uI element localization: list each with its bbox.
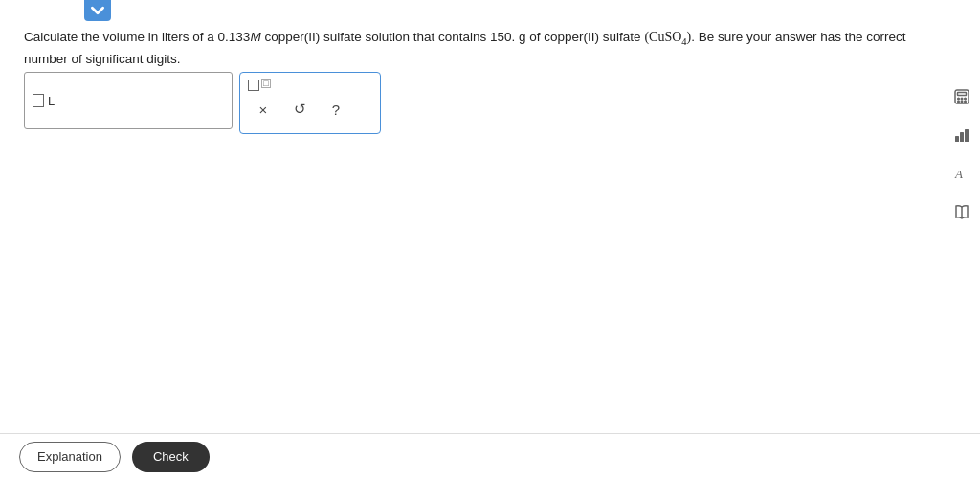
question-text-content: Calculate the volume in liters of a 0.13…: [24, 30, 906, 66]
svg-point-5: [958, 101, 960, 103]
svg-rect-8: [955, 136, 959, 142]
answer-input-box[interactable]: L: [24, 72, 233, 129]
math-box-icon: [248, 80, 259, 91]
font-icon[interactable]: A: [951, 163, 972, 184]
chevron-down-icon: [91, 4, 104, 17]
main-content: Calculate the volume in liters of a 0.13…: [0, 0, 980, 433]
bottom-bar: Explanation Check: [0, 433, 980, 479]
chemical-formula: (CuSO4): [644, 30, 691, 44]
math-toolbar-top: □: [248, 79, 271, 92]
right-sidebar: A: [951, 86, 972, 222]
svg-rect-1: [958, 93, 967, 96]
check-button[interactable]: Check: [132, 442, 210, 472]
close-math-button[interactable]: ×: [252, 98, 275, 121]
svg-text:A: A: [954, 167, 963, 181]
answer-unit-label: L: [48, 94, 55, 108]
svg-point-4: [965, 98, 967, 100]
help-button[interactable]: ?: [324, 98, 347, 121]
svg-point-2: [958, 98, 960, 100]
book-icon[interactable]: [951, 201, 972, 222]
math-toolbar: □ × ↺ ?: [239, 72, 381, 134]
calculator-icon[interactable]: [951, 86, 972, 107]
svg-point-7: [965, 101, 967, 103]
question-text: Calculate the volume in liters of a 0.13…: [24, 27, 923, 70]
svg-rect-10: [965, 129, 969, 142]
bar-chart-icon[interactable]: [951, 125, 972, 146]
input-cursor-icon: [33, 94, 44, 107]
svg-rect-9: [960, 132, 964, 142]
undo-button[interactable]: ↺: [288, 98, 311, 121]
svg-point-6: [961, 101, 963, 103]
exponent-icon: □: [261, 79, 271, 88]
math-toolbar-buttons: × ↺ ?: [252, 98, 347, 121]
svg-point-3: [961, 98, 963, 100]
explanation-button[interactable]: Explanation: [19, 442, 121, 472]
collapse-button[interactable]: [84, 0, 111, 21]
